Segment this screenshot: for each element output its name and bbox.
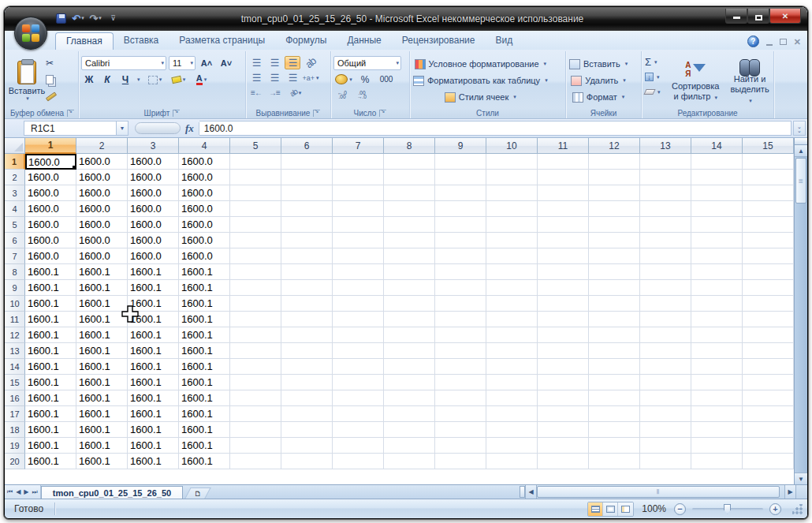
column-header[interactable]: 1 <box>25 138 76 154</box>
cell[interactable] <box>384 375 435 390</box>
borders-icon[interactable]: ▾ <box>146 73 165 87</box>
cell[interactable] <box>281 359 333 375</box>
cell[interactable] <box>281 296 333 312</box>
cell[interactable] <box>640 327 691 343</box>
row-header[interactable]: 8 <box>5 264 25 280</box>
cell[interactable] <box>384 422 435 438</box>
cell[interactable] <box>384 280 435 296</box>
zoom-slider[interactable] <box>692 508 763 510</box>
cell[interactable] <box>538 201 589 217</box>
cell[interactable] <box>589 422 640 438</box>
cell[interactable]: 1600.1 <box>128 375 179 390</box>
cell[interactable] <box>538 454 589 469</box>
cell[interactable] <box>333 201 384 217</box>
cell[interactable] <box>743 296 794 312</box>
cell[interactable] <box>384 248 435 264</box>
cell[interactable] <box>589 312 640 327</box>
ribbon-tab[interactable]: Вставка <box>114 32 169 50</box>
column-header[interactable]: 10 <box>486 138 538 154</box>
cell[interactable]: 1600.1 <box>76 359 128 375</box>
cell[interactable] <box>691 454 743 469</box>
cell[interactable] <box>435 280 486 296</box>
cell[interactable] <box>640 170 691 185</box>
cell[interactable] <box>589 185 640 201</box>
prev-sheet-icon[interactable]: ◀ <box>16 488 20 495</box>
cell[interactable] <box>384 264 435 280</box>
cell[interactable] <box>743 359 794 375</box>
cell[interactable] <box>691 201 743 217</box>
cell[interactable]: 1600.1 <box>179 375 230 390</box>
cell[interactable] <box>640 406 691 422</box>
cell[interactable]: 1600.1 <box>128 343 179 359</box>
cell[interactable] <box>743 154 794 170</box>
group-label-alignment[interactable]: Выравнивание <box>246 109 330 118</box>
cell[interactable] <box>691 217 743 233</box>
cell[interactable]: 1600.1 <box>179 406 230 422</box>
group-label-clipboard[interactable]: Буфер обмена <box>6 109 78 118</box>
page-break-view-icon[interactable] <box>618 502 633 516</box>
cell[interactable] <box>538 185 589 201</box>
column-header[interactable]: 4 <box>179 138 230 154</box>
cell[interactable] <box>538 296 589 312</box>
cell[interactable] <box>486 343 538 359</box>
cell[interactable] <box>743 454 794 469</box>
cell[interactable] <box>384 170 435 185</box>
cell[interactable] <box>589 406 640 422</box>
row-header[interactable]: 12 <box>5 327 25 343</box>
cell[interactable] <box>333 327 384 343</box>
cell[interactable]: 1600.1 <box>128 359 179 375</box>
cell[interactable] <box>589 217 640 233</box>
cell[interactable] <box>589 280 640 296</box>
cell[interactable] <box>589 343 640 359</box>
cell[interactable] <box>435 422 486 438</box>
cell[interactable] <box>435 248 486 264</box>
row-header[interactable]: 4 <box>5 201 25 217</box>
cell[interactable]: 1600.1 <box>76 406 128 422</box>
cell[interactable] <box>230 233 281 248</box>
cell[interactable] <box>230 248 281 264</box>
cell[interactable]: 1600.1 <box>25 390 76 406</box>
zoom-out-icon[interactable]: − <box>674 503 686 515</box>
cell[interactable] <box>486 201 538 217</box>
cell[interactable] <box>486 327 538 343</box>
select-all-button[interactable] <box>5 138 25 154</box>
row-header[interactable]: 1 <box>5 154 25 170</box>
cell[interactable] <box>538 312 589 327</box>
cell[interactable] <box>333 454 384 469</box>
cell[interactable] <box>743 438 794 454</box>
cell[interactable] <box>435 233 486 248</box>
cell[interactable] <box>435 264 486 280</box>
cell[interactable] <box>384 390 435 406</box>
cell[interactable] <box>691 375 743 390</box>
cell[interactable] <box>384 438 435 454</box>
cell[interactable] <box>230 327 281 343</box>
cell[interactable]: 1600.0 <box>76 201 128 217</box>
column-header[interactable]: 14 <box>691 138 743 154</box>
cell[interactable] <box>281 280 333 296</box>
cell[interactable]: 1600.1 <box>25 454 76 469</box>
cell[interactable] <box>435 296 486 312</box>
cell[interactable]: 1600.0 <box>179 170 230 185</box>
cell[interactable]: 1600.1 <box>179 296 230 312</box>
cell[interactable]: 1600.1 <box>76 422 128 438</box>
clear-icon[interactable]: ▾ <box>644 85 665 99</box>
cell[interactable] <box>486 390 538 406</box>
office-button[interactable] <box>14 17 47 50</box>
row-header[interactable]: 17 <box>5 406 25 422</box>
cell[interactable]: 1600.1 <box>76 264 128 280</box>
cell[interactable] <box>281 327 333 343</box>
cell[interactable] <box>589 248 640 264</box>
vscroll-split-handle[interactable] <box>795 138 807 145</box>
cell[interactable] <box>435 406 486 422</box>
cell[interactable] <box>435 185 486 201</box>
ribbon-tab[interactable]: Вид <box>485 32 523 50</box>
cell[interactable] <box>281 343 333 359</box>
cell[interactable] <box>743 343 794 359</box>
cell[interactable] <box>640 154 691 170</box>
cell[interactable] <box>743 327 794 343</box>
autosum-icon[interactable]: Σ▾ <box>644 55 665 69</box>
hscroll-thumb[interactable] <box>537 486 780 498</box>
cell[interactable] <box>384 201 435 217</box>
cell[interactable]: 1600.0 <box>179 201 230 217</box>
cell[interactable] <box>640 312 691 327</box>
